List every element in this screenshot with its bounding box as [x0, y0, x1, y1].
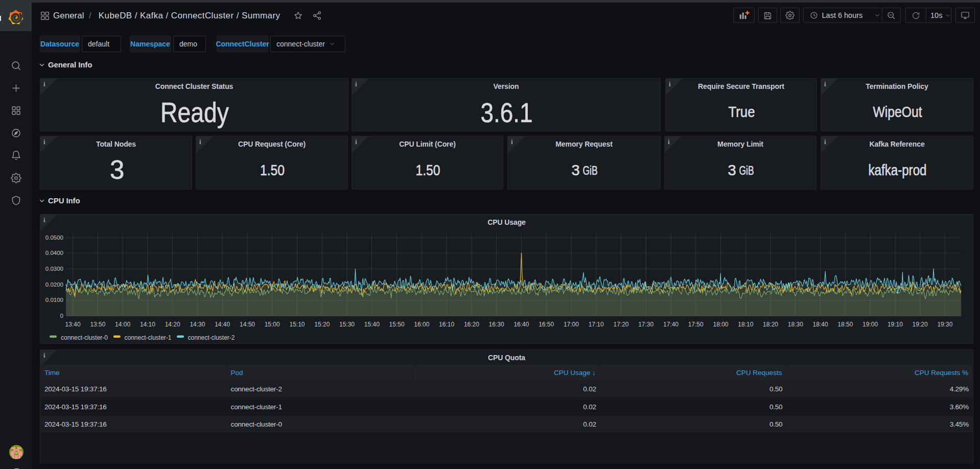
svg-text:GiB: GiB: [583, 164, 598, 177]
svg-text:0.0500: 0.0500: [45, 235, 63, 241]
svg-text:15:00: 15:00: [265, 321, 280, 328]
svg-text:3: 3: [728, 162, 736, 178]
svg-text:connect-cluster-2: connect-cluster-2: [188, 334, 235, 341]
svg-text:True: True: [729, 103, 755, 120]
svg-text:16:20: 16:20: [464, 321, 479, 328]
svg-text:17:40: 17:40: [663, 321, 679, 328]
svg-text:18:00: 18:00: [713, 321, 728, 328]
svg-text:17:00: 17:00: [564, 321, 579, 328]
svg-text:14:00: 14:00: [115, 321, 130, 328]
svg-text:17:30: 17:30: [638, 321, 654, 328]
svg-text:kafka-prod: kafka-prod: [869, 161, 927, 178]
svg-text:0.0400: 0.0400: [45, 250, 63, 256]
svg-text:19:20: 19:20: [913, 321, 928, 328]
svg-text:13:50: 13:50: [90, 321, 105, 328]
svg-text:0.0100: 0.0100: [45, 297, 63, 303]
svg-text:17:50: 17:50: [688, 321, 704, 328]
svg-text:18:10: 18:10: [738, 321, 753, 328]
svg-text:15:50: 15:50: [389, 321, 405, 328]
svg-text:13:40: 13:40: [65, 321, 81, 328]
svg-text:0.0300: 0.0300: [45, 266, 63, 272]
svg-text:connect-cluster-1: connect-cluster-1: [125, 334, 172, 341]
svg-text:0.0200: 0.0200: [45, 282, 63, 288]
svg-text:14:50: 14:50: [240, 321, 255, 328]
svg-text:14:40: 14:40: [215, 321, 230, 328]
svg-text:16:10: 16:10: [439, 321, 454, 328]
svg-text:15:40: 15:40: [364, 321, 380, 328]
svg-text:14:10: 14:10: [140, 321, 155, 328]
svg-text:WipeOut: WipeOut: [873, 103, 923, 120]
svg-text:18:40: 18:40: [813, 321, 828, 328]
svg-text:19:30: 19:30: [937, 321, 952, 328]
svg-text:14:30: 14:30: [190, 321, 205, 328]
svg-text:connect-cluster-0: connect-cluster-0: [61, 334, 108, 341]
svg-text:15:10: 15:10: [289, 321, 305, 328]
svg-text:16:40: 16:40: [514, 321, 529, 328]
svg-text:15:20: 15:20: [314, 321, 330, 328]
svg-text:16:00: 16:00: [414, 321, 429, 328]
svg-text:17:10: 17:10: [589, 321, 604, 328]
svg-text:18:30: 18:30: [788, 321, 803, 328]
svg-text:15:30: 15:30: [339, 321, 355, 328]
svg-text:1.50: 1.50: [416, 162, 440, 178]
svg-text:3: 3: [110, 155, 124, 184]
svg-text:1.50: 1.50: [260, 162, 285, 178]
svg-text:19:10: 19:10: [888, 321, 903, 328]
svg-text:14:20: 14:20: [165, 321, 180, 328]
svg-text:17:20: 17:20: [613, 321, 628, 328]
svg-text:18:50: 18:50: [837, 321, 853, 328]
svg-text:3.6.1: 3.6.1: [481, 98, 533, 128]
svg-text:GiB: GiB: [739, 164, 754, 177]
svg-text:3: 3: [572, 162, 580, 178]
svg-text:19:00: 19:00: [862, 321, 878, 328]
svg-text:16:50: 16:50: [539, 321, 554, 328]
svg-text:Ready: Ready: [160, 97, 229, 128]
svg-text:18:20: 18:20: [763, 321, 778, 328]
svg-text:16:30: 16:30: [489, 321, 504, 328]
svg-text:0: 0: [60, 313, 63, 319]
